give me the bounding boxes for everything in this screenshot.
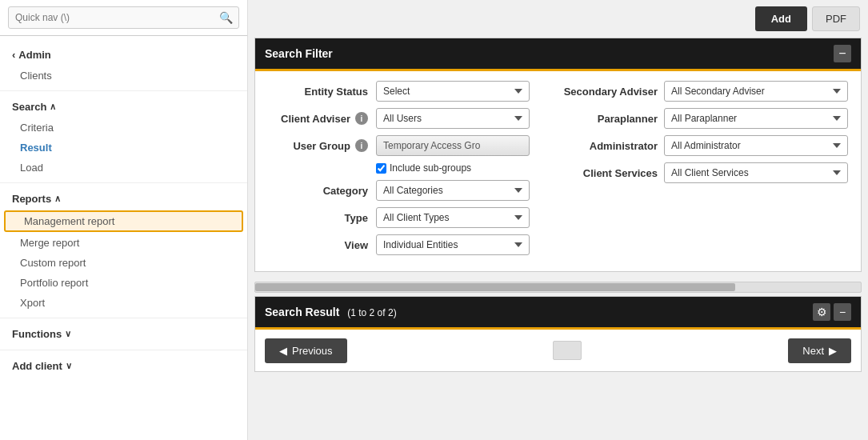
sidebar-add-client-section[interactable]: Add client ∨ (0, 355, 247, 377)
previous-arrow-icon: ◀ (279, 345, 287, 357)
include-subgroups-label: Include sub-groups (390, 162, 471, 174)
administrator-select[interactable]: All Administrator (664, 135, 848, 156)
divider-3 (0, 318, 247, 318)
sidebar-admin-header[interactable]: ‹ Admin (0, 44, 247, 66)
result-footer: ◀ Previous Next ▶ (255, 330, 861, 371)
chevron-down-icon: ∨ (65, 329, 71, 339)
divider-1 (0, 90, 247, 91)
category-label: Category (268, 185, 376, 197)
result-minimize-btn[interactable]: − (834, 303, 851, 321)
sidebar-reports-section[interactable]: Reports ∧ (0, 188, 247, 210)
sidebar-item-load[interactable]: Load (0, 158, 247, 178)
client-adviser-info-icon[interactable]: i (355, 112, 368, 125)
clients-label: Clients (20, 70, 52, 82)
include-subgroups-checkbox[interactable] (376, 163, 386, 174)
functions-section-label: Functions (12, 328, 62, 340)
table-stub (543, 338, 591, 363)
search-filter-minimize-btn[interactable]: − (834, 45, 851, 62)
user-group-label: User Group i (268, 139, 376, 152)
sidebar-item-merge-report[interactable]: Merge report (0, 233, 247, 253)
user-group-input[interactable] (376, 135, 530, 156)
secondary-adviser-select[interactable]: All Secondary Adviser (664, 81, 848, 102)
result-header-icons: ⚙ − (813, 303, 851, 321)
paraplanner-select[interactable]: All Paraplanner (664, 108, 848, 129)
administrator-row: Administrator All Administrator (554, 135, 848, 156)
sidebar-item-xport[interactable]: Xport (0, 293, 247, 313)
chevron-left-icon: ‹ (12, 49, 15, 61)
view-select[interactable]: Individual Entities (376, 234, 530, 255)
category-select[interactable]: All Categories (376, 180, 530, 201)
search-result-count: (1 to 2 of 2) (347, 307, 396, 318)
paraplanner-label: Paraplanner (554, 113, 658, 125)
view-row: View Individual Entities (268, 234, 530, 255)
reports-section-label: Reports (12, 193, 51, 205)
pdf-button[interactable]: PDF (812, 6, 860, 31)
chevron-up-icon-2: ∧ (54, 194, 61, 204)
scrollbar-thumb (255, 283, 735, 291)
sidebar-nav: ‹ Admin Clients Search ∧ Criteria Result… (0, 36, 247, 440)
sidebar: 🔍 ‹ Admin Clients Search ∧ Criteria Resu… (0, 0, 248, 440)
horizontal-scrollbar[interactable] (254, 282, 862, 293)
type-row: Type All Client Types (268, 207, 530, 228)
previous-button[interactable]: ◀ Previous (265, 338, 347, 363)
include-subgroups-row: Include sub-groups (376, 162, 530, 174)
divider-2 (0, 182, 247, 183)
divider-4 (0, 350, 247, 350)
sidebar-item-custom-report[interactable]: Custom report (0, 253, 247, 273)
search-filter-header: Search Filter − (255, 38, 861, 71)
add-client-section-label: Add client (12, 360, 62, 372)
add-button[interactable]: Add (755, 6, 807, 31)
paraplanner-row: Paraplanner All Paraplanner (554, 108, 848, 129)
search-icon: 🔍 (219, 11, 233, 24)
search-result-title: Search Result (265, 306, 339, 318)
search-result-panel: Search Result (1 to 2 of 2) ⚙ − ◀ Previo… (254, 296, 862, 372)
sidebar-item-portfolio-report[interactable]: Portfolio report (0, 273, 247, 293)
next-button[interactable]: Next ▶ (788, 338, 851, 363)
client-services-select[interactable]: All Client Services (664, 162, 848, 183)
search-result-header: Search Result (1 to 2 of 2) ⚙ − (255, 297, 861, 330)
search-filter-title: Search Filter (265, 47, 333, 60)
chevron-up-icon: ∧ (50, 102, 56, 112)
entity-status-select[interactable]: Select Active Inactive All (376, 81, 530, 102)
category-input: All Categories (376, 180, 530, 201)
user-group-row: User Group i (268, 135, 530, 156)
table-stub-box (553, 341, 582, 360)
client-adviser-label: Client Adviser i (268, 112, 376, 125)
search-filter-panel: Search Filter − Entity Status Select Act… (254, 38, 862, 272)
result-settings-btn[interactable]: ⚙ (813, 303, 830, 321)
search-result-title-wrap: Search Result (1 to 2 of 2) (265, 306, 397, 318)
type-input: All Client Types (376, 207, 530, 228)
chevron-down-icon-2: ∨ (66, 361, 72, 371)
secondary-adviser-row: Secondary Adviser All Secondary Adviser (554, 81, 848, 102)
search-section-label: Search (12, 101, 46, 113)
filters-two-col: Entity Status Select Active Inactive All (268, 81, 848, 262)
view-input: Individual Entities (376, 234, 530, 255)
admin-label: Admin (18, 49, 50, 61)
view-label: View (268, 239, 376, 251)
sidebar-item-management-report[interactable]: Management report (4, 210, 243, 232)
client-adviser-row: Client Adviser i All Users (268, 108, 530, 129)
quick-nav-input[interactable] (8, 6, 239, 29)
main-content: Add PDF Search Filter − Entity Status Se… (248, 0, 868, 440)
category-row: Category All Categories (268, 180, 530, 201)
sidebar-item-criteria[interactable]: Criteria (0, 118, 247, 138)
administrator-label: Administrator (554, 140, 658, 152)
entity-status-row: Entity Status Select Active Inactive All (268, 81, 530, 102)
sidebar-item-clients[interactable]: Clients (0, 66, 247, 86)
next-arrow-icon: ▶ (829, 345, 837, 357)
sidebar-functions-section[interactable]: Functions ∨ (0, 323, 247, 345)
client-services-label: Client Services (554, 167, 658, 179)
left-filters: Entity Status Select Active Inactive All (268, 81, 530, 262)
client-adviser-select[interactable]: All Users (376, 108, 530, 129)
type-select[interactable]: All Client Types (376, 207, 530, 228)
type-label: Type (268, 212, 376, 224)
sidebar-search-section[interactable]: Search ∧ (0, 96, 247, 118)
client-services-row: Client Services All Client Services (554, 162, 848, 183)
search-filter-body: Entity Status Select Active Inactive All (255, 71, 861, 271)
client-adviser-input: All Users (376, 108, 530, 129)
user-group-info-icon[interactable]: i (355, 139, 368, 152)
sidebar-item-result[interactable]: Result (0, 138, 247, 158)
right-filters: Secondary Adviser All Secondary Adviser … (530, 81, 848, 262)
user-group-input-wrap (376, 135, 530, 156)
entity-status-label: Entity Status (268, 86, 376, 98)
